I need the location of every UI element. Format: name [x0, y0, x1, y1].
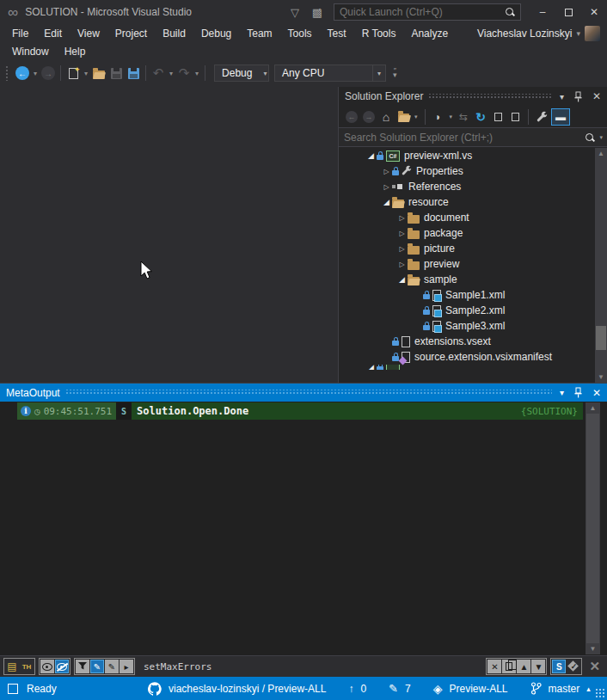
new-project-dropdown-icon[interactable]: ▾	[84, 70, 88, 77]
close-icon[interactable]: ✕	[590, 90, 604, 102]
expanded-arrow-icon[interactable]: ◢	[381, 198, 392, 206]
toolbar-drag-grip[interactable]	[5, 65, 9, 81]
search-options-dropdown-icon[interactable]: ▾	[599, 134, 603, 141]
panel-close-icon[interactable]: ✕	[586, 659, 604, 674]
configuration-combobox[interactable]: Debug ▾	[214, 64, 269, 82]
tree-item-sample3-xml[interactable]: Sample3.xml	[339, 318, 595, 334]
menu-project[interactable]: Project	[107, 26, 155, 41]
scroll-down-icon[interactable]: ▼	[595, 371, 607, 383]
collapsed-arrow-icon[interactable]: ▷	[396, 261, 408, 268]
incoming-commits-count[interactable]: 0	[360, 683, 366, 695]
platform-combobox[interactable]: Any CPU ▾	[274, 64, 386, 82]
pin-icon[interactable]	[572, 91, 585, 102]
scroll-bottom-icon[interactable]: ▼	[531, 660, 545, 673]
solution-tree-scrollbar[interactable]: ▲ ▼	[595, 148, 607, 383]
feedback-icon[interactable]: ▩̇	[306, 6, 328, 19]
home-icon[interactable]: ⌂	[378, 108, 394, 126]
hide-events-icon[interactable]	[55, 660, 69, 673]
menu-window[interactable]: Window	[4, 44, 57, 59]
scroll-up-icon[interactable]: ▲	[586, 402, 600, 414]
tree-item-package[interactable]: ▷package	[339, 225, 595, 241]
pending-edits-count[interactable]: 7	[405, 683, 411, 695]
solution-explorer-search-box[interactable]: ▾	[339, 127, 607, 147]
collapsed-arrow-icon[interactable]: ▷	[381, 168, 392, 175]
tree-item-extensions-vsext[interactable]: extensions.vsext	[339, 334, 595, 349]
properties-wrench-icon[interactable]	[534, 108, 549, 126]
menu-analyze[interactable]: Analyze	[403, 26, 456, 41]
tree-item-preview[interactable]: ▷preview	[339, 256, 595, 272]
menu-r-tools[interactable]: R Tools	[354, 26, 404, 41]
output-scrollbar[interactable]: ▲ ▼	[586, 402, 600, 654]
filter-expression[interactable]: setMaxErrors	[144, 661, 212, 672]
redo-button[interactable]: ↷	[175, 64, 193, 83]
s-logo-icon[interactable]: S	[552, 660, 566, 673]
scroll-log-icon[interactable]: ▤	[5, 660, 19, 673]
incoming-commits-icon[interactable]: ↑	[348, 683, 353, 695]
refresh-icon[interactable]: ↻	[473, 108, 488, 126]
back-icon[interactable]: ←	[344, 108, 359, 126]
filter-funnel-icon[interactable]	[76, 660, 89, 673]
solution-explorer-title-bar[interactable]: Solution Explorer ▾ ✕	[339, 87, 607, 106]
toolbar-overflow-button[interactable]: ″▾	[393, 69, 397, 77]
tree-item-document[interactable]: ▷document	[339, 210, 595, 225]
open-file-button[interactable]	[90, 64, 107, 83]
scroll-top-icon[interactable]: ▲	[517, 660, 530, 673]
tree-item-properties[interactable]: ▷Properties	[339, 163, 595, 179]
tree-item-resource[interactable]: ◢resource	[339, 194, 595, 210]
window-position-icon[interactable]: ▾	[557, 388, 567, 397]
filter-dropdown-icon[interactable]: ▾	[450, 114, 453, 120]
pending-edits-icon[interactable]: ✎	[389, 682, 398, 695]
preview-selected-items-toggle[interactable]: ▬	[551, 108, 570, 126]
branch-name[interactable]: master	[549, 683, 580, 695]
menu-edit[interactable]: Edit	[36, 26, 70, 41]
menu-help[interactable]: Help	[57, 44, 94, 59]
background-tasks-icon[interactable]	[8, 684, 18, 694]
menu-test[interactable]: Test	[320, 26, 354, 41]
git-branch-icon[interactable]	[530, 682, 542, 695]
pending-changes-filter-icon[interactable]: ◗	[431, 108, 446, 126]
navigate-forward-button[interactable]: →	[40, 64, 57, 83]
show-events-icon[interactable]	[40, 660, 54, 673]
verify-icon[interactable]: ✓	[567, 660, 580, 673]
project-name[interactable]: Preview-ALL	[449, 683, 507, 695]
window-position-icon[interactable]: ▾	[557, 92, 567, 101]
switch-views-icon[interactable]	[395, 108, 411, 126]
menu-view[interactable]: View	[70, 26, 107, 41]
branch-menu-caret-icon[interactable]: ▴	[586, 685, 591, 693]
scroll-up-icon[interactable]: ▲	[595, 148, 607, 159]
navigate-back-dropdown-icon[interactable]: ▾	[34, 70, 37, 77]
tree-item-sample[interactable]: ◢sample	[339, 272, 595, 287]
tree-item-sample1-xml[interactable]: Sample1.xml	[339, 287, 595, 303]
minimize-button[interactable]: –	[530, 3, 555, 21]
notifications-filter-icon[interactable]: ▽	[284, 6, 306, 19]
apply-filter-icon[interactable]: ▸	[120, 660, 133, 673]
scrollbar-thumb[interactable]	[586, 414, 599, 643]
expanded-arrow-icon[interactable]: ◢	[396, 275, 408, 284]
sync-active-document-icon[interactable]: ⇆	[456, 108, 471, 126]
collapsed-arrow-icon[interactable]: ▷	[396, 245, 408, 253]
forward-icon[interactable]: →	[361, 108, 377, 126]
tree-item-preview-xml-vs[interactable]: ◢C#preview-xml.vs	[339, 148, 595, 163]
solution-explorer-search-input[interactable]	[339, 132, 585, 144]
copy-icon[interactable]	[502, 660, 516, 673]
undo-dropdown-icon[interactable]: ▾	[169, 70, 173, 77]
scrollbar-thumb[interactable]	[596, 326, 606, 350]
show-all-files-icon[interactable]	[507, 108, 523, 126]
tree-item-references[interactable]: ▷References	[339, 179, 595, 194]
maximize-button[interactable]	[555, 3, 581, 21]
menu-debug[interactable]: Debug	[193, 26, 239, 41]
quick-launch-box[interactable]	[334, 3, 521, 21]
collapse-all-icon[interactable]	[490, 108, 506, 126]
menu-build[interactable]: Build	[155, 26, 193, 41]
expanded-arrow-icon[interactable]: ◢	[365, 151, 377, 160]
tree-item-picture[interactable]: ▷picture	[339, 241, 595, 256]
edit-filter-icon[interactable]: ✎	[90, 660, 104, 673]
save-button[interactable]	[107, 64, 125, 83]
redo-dropdown-icon[interactable]: ▾	[195, 70, 199, 77]
new-project-button[interactable]: ✦	[64, 64, 82, 83]
close-icon[interactable]: ✕	[590, 387, 604, 399]
repo-name[interactable]: viacheslav-lozinskyi / Preview-ALL	[169, 683, 326, 695]
log-entry[interactable]: i ◷ 09:45:51.751 S Solution.Open.Done {S…	[17, 402, 583, 420]
tree-item-sample2-xml[interactable]: Sample2.xml	[339, 303, 595, 318]
switch-views-dropdown-icon[interactable]: ▾	[414, 114, 418, 120]
